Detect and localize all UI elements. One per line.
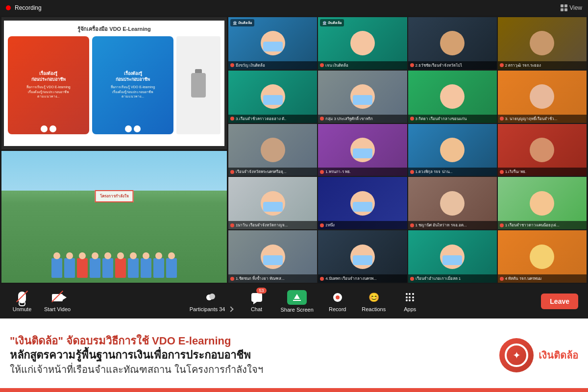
- chat-icon-shape: [251, 293, 262, 302]
- video-cell-0: 🏦 เงินติดล้อ มึงขวัญ เงินติดล้อ: [228, 17, 317, 70]
- share-screen-button[interactable]: Share Screen: [281, 290, 314, 313]
- avatar-8: [261, 138, 285, 162]
- video-cell-3: 2 ตราวุฒิ รจก.ระยอง: [498, 17, 587, 70]
- video-cell-11: 1.เริงรื่น/ พธ.: [498, 124, 587, 176]
- mic-14: [410, 223, 414, 227]
- label-7: 3. นายบุญญาฤทธิ์เรือนจำชั่ว...: [498, 115, 587, 123]
- avatar-5: [350, 84, 375, 109]
- classroom-scene: โครงการกำลังใจ: [1, 151, 227, 283]
- person-4: [90, 258, 100, 278]
- video-cell-6: 3 กิตยา เรือนจำกลางขอนแก่น: [408, 71, 497, 123]
- start-video-label: Start Video: [44, 306, 71, 312]
- mic-7: [500, 117, 504, 121]
- usb-icon: [191, 73, 206, 98]
- participants-button[interactable]: Participants 34: [190, 291, 233, 312]
- avatar-18: [440, 245, 465, 269]
- mic-10: [410, 170, 414, 174]
- slide-card-2: เรื่องต้องรู้ก่อนประกอบอาชีพ สื่อการเรีย…: [92, 36, 173, 134]
- apps-icon: [403, 291, 417, 304]
- avatar-1: [350, 31, 375, 55]
- slide-logo-1: [41, 125, 56, 132]
- mic-5: [320, 117, 324, 121]
- avatar-10: [440, 138, 465, 162]
- start-video-button[interactable]: Start Video: [44, 291, 71, 312]
- video-cell-8: เรือนจำจังหวัดพระนครศรีอยุ...: [228, 124, 317, 176]
- mic-3: [500, 63, 504, 67]
- participants-count: 34: [219, 306, 225, 312]
- label-13: 2หนึ่ง: [318, 221, 407, 229]
- record-label: Record: [329, 306, 346, 312]
- avatar-16: [261, 245, 285, 269]
- slide-device: [176, 36, 220, 134]
- share-icon: [287, 290, 307, 305]
- label-0: มึงขวัญ เงินติดล้อ: [228, 61, 317, 70]
- mic-1: [320, 63, 324, 67]
- slide-title: รู้จักเครื่องมือ VDO E-Learning: [8, 24, 221, 33]
- avatar-14: [440, 191, 465, 216]
- view-section[interactable]: View: [561, 4, 582, 11]
- person-9: [153, 258, 164, 278]
- company-name: เงินติดล้อ: [539, 349, 578, 361]
- chat-button[interactable]: 53 Chat: [245, 291, 269, 312]
- video-cell-10: 1.ดวงพิกุล รจจ น่าน...: [408, 124, 497, 176]
- mic-6: [410, 117, 414, 121]
- avatar-19: [530, 245, 554, 269]
- video-cell-14: 1 ชญานิศ อันไหว่าห รจอ.อด...: [408, 177, 497, 229]
- avatar-2: [440, 31, 465, 55]
- video-cell-5: กลุ่ม 3 ประเสริฐศักดิ์ เขาพริก: [318, 71, 407, 123]
- record-button[interactable]: Record: [325, 291, 350, 312]
- video-cell-19: 4 ทัสตัน รจก.นครพนม: [498, 230, 587, 283]
- video-cell-7: 3. นายบุญญาฤทธิ์เรือนจำชั่ว...: [498, 71, 587, 123]
- avatar-6: [440, 84, 465, 109]
- person-7: [128, 258, 139, 278]
- mic-18: [410, 277, 414, 281]
- share-line-icon: [293, 300, 301, 301]
- participants-caret: [228, 306, 233, 312]
- banner-line2: หลักสูตรความรู้พื้นฐานการเงินเพื่อการประ…: [10, 348, 499, 363]
- company-logo-circle: [499, 338, 534, 372]
- label-18: เรือนจำอำเภอเกาเมี่อสด 1: [408, 274, 497, 283]
- participants-icon: [204, 291, 218, 304]
- recording-section: Recording: [6, 4, 42, 11]
- participants-grid: 🏦 เงินติดล้อ มึงขวัญ เงินติดล้อ 🏦 เงินติ…: [228, 17, 587, 283]
- unmute-button[interactable]: Unmute: [10, 291, 34, 312]
- unmute-icon: [15, 291, 29, 304]
- label-5: กลุ่ม 3 ประเสริฐศักดิ์ เขาพริก: [318, 115, 407, 123]
- mic-2: [410, 63, 414, 67]
- label-6: 3 กิตยา เรือนจำกลางขอนแก่น: [408, 115, 497, 123]
- label-3: 2 ตราวุฒิ รจก.ระยอง: [498, 61, 587, 70]
- classroom-banner: โครงการกำลังใจ: [95, 190, 134, 202]
- logo-badge-0: 🏦 เงินติดล้อ: [230, 19, 254, 26]
- left-panel: รู้จักเครื่องมือ VDO E-Learning เรื่องต้…: [1, 17, 227, 283]
- label-15: 1 เรือนจำชาวดาวแคนน้อย(เฝ...: [498, 221, 587, 229]
- participants-icon-shape: [206, 294, 216, 301]
- mic-8: [230, 170, 234, 174]
- slide-logo-2: [125, 125, 141, 132]
- label-8: เรือนจำจังหวัดพระนครศรีอยุ...: [228, 168, 317, 176]
- view-label: View: [569, 4, 582, 11]
- mic-17: [320, 277, 324, 281]
- person-2: [64, 258, 75, 278]
- video-cell-18: เรือนจำอำเภอเกาเมี่อสด 1: [408, 230, 497, 283]
- label-12: 1นาวิน เรือนจำจังหวัดกาญจ...: [228, 221, 317, 229]
- label-9: 1.พรนภา-ร พธ.: [318, 168, 407, 176]
- video-cell-9: 1.พรนภา-ร พธ.: [318, 124, 407, 176]
- slide-body: เรื่องต้องรู้ก่อนประกอบอาชีพ สื่อการเรีย…: [8, 36, 221, 134]
- label-4: 3.เรือนจำชั่วคราวดอยฮาง ดั..: [228, 115, 317, 123]
- top-bar: Recording View: [0, 0, 588, 16]
- leave-button[interactable]: Leave: [541, 294, 578, 309]
- apps-button[interactable]: Apps: [398, 291, 422, 312]
- banner-line3: ให้แก่เจ้าหน้าที่เรือนจำและทัณฑสถาน ในโค…: [10, 363, 499, 376]
- video-cell-13: 2หนึ่ง: [318, 177, 407, 229]
- person-6: [115, 258, 126, 278]
- label-11: 1.เริงรื่น/ พธ.: [498, 168, 587, 176]
- person-1: [51, 258, 62, 278]
- mic-12: [230, 223, 234, 227]
- video-cell-1: 🏦 เงินติดล้อ เจน เงินติดล้อ: [318, 17, 407, 70]
- participants-label: Participants: [190, 306, 218, 312]
- reactions-button[interactable]: 😊 Reactions: [362, 291, 386, 312]
- reactions-icon: 😊: [367, 291, 381, 304]
- chat-icon: 53: [250, 291, 264, 304]
- avatar-7: [530, 84, 554, 109]
- avatar-4: [261, 84, 285, 109]
